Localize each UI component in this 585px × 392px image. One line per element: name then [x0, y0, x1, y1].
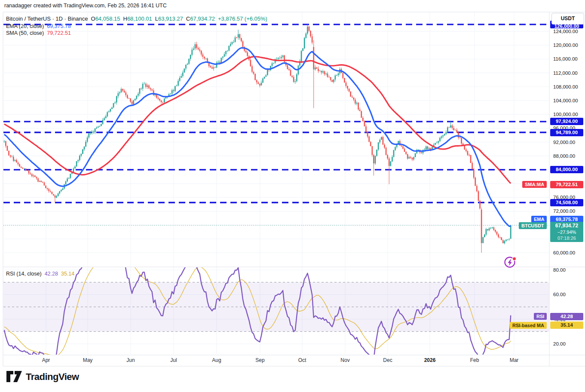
time-axis-label: 2026: [424, 357, 436, 363]
rsi-ma-tag-chip: RSI-based MA: [510, 322, 547, 329]
price-level-badge: 94,789.00: [550, 129, 583, 136]
price-tick-label: 88,000.00: [553, 153, 575, 159]
sma-legend-label: SMA (50, close): [6, 30, 44, 36]
symbol-title: Bitcoin / TetherUS · 1D · Binance: [6, 15, 88, 22]
symbol-tag-chip: BTCUSDT: [519, 222, 547, 229]
ema-legend: EMA (20, close) 69,375.78: [6, 23, 71, 29]
ohlc-low: L63,913.27: [155, 15, 183, 22]
rsi-legend-label: RSI (14, close): [6, 271, 42, 277]
bar-countdown: 07:18:26: [550, 235, 583, 241]
symbol-legend: Bitcoin / TetherUS · 1D · Binance O64,05…: [6, 15, 267, 22]
price-tick-label: 72,000.00: [553, 208, 575, 214]
time-axis-label: Mar: [510, 357, 519, 363]
price-tick-label: 108,000.00: [553, 84, 578, 90]
alert-dot: [512, 257, 516, 260]
rsi-value-badge: 42.28: [550, 313, 583, 320]
price-level-badge: 74,508.00: [550, 199, 583, 206]
ohlc-high: H68,100.01: [123, 15, 152, 22]
time-axis-label: May: [83, 357, 93, 363]
ema-legend-value: 69,375.78: [47, 23, 71, 29]
last-price-change: −27.94%: [550, 229, 583, 235]
price-tick-label: 104,000.00: [553, 98, 578, 104]
lightning-icon: [503, 255, 517, 269]
price-tick-label: 116,000.00: [553, 56, 578, 62]
ema-legend-label: EMA (20, close): [6, 23, 44, 29]
sma-legend-value: 79,722.51: [47, 30, 71, 36]
price-tick-label: 60,000.00: [553, 250, 575, 256]
rsi-legend: RSI (14, close) 42.28 35.14: [6, 271, 74, 277]
tradingview-chart-page: ranadagger created with TradingView.com,…: [0, 0, 585, 392]
tradingview-logo[interactable]: TradingView: [6, 371, 79, 383]
rsi-tick-label: 80.00: [553, 267, 566, 273]
time-axis-label: Sep: [255, 357, 264, 363]
price-tick-label: 112,000.00: [553, 70, 578, 76]
price-tick-label: 120,000.00: [553, 42, 578, 48]
ohlc-close: C67,934.72: [186, 15, 215, 22]
price-level-badge: 97,924.00: [550, 118, 583, 125]
time-axis-label: Jul: [170, 357, 177, 363]
time-axis-label: Dec: [383, 357, 392, 363]
price-and-rsi-plot[interactable]: [0, 0, 585, 392]
price-tick-label: 100,000.00: [553, 111, 578, 117]
last-price-badge: 67,934.72−27.94%07:18:26: [550, 222, 583, 242]
change-text: +3,876.57 (+6.05%): [218, 15, 267, 22]
sma-price-badge: 79,722.51: [550, 181, 583, 188]
time-axis-label: Jun: [126, 357, 135, 363]
rsi-ma-legend-value: 35.14: [61, 271, 74, 277]
sma-tag-chip: SMA:MA: [522, 181, 547, 188]
time-axis-label: Aug: [212, 357, 221, 363]
currency-toggle-button[interactable]: USDT: [551, 13, 584, 24]
rsi-tick-label: 60.00: [553, 291, 566, 297]
time-axis-label: Feb: [470, 357, 479, 363]
sma-legend: SMA (50, close) 79,722.51: [6, 30, 71, 36]
rsi-tag-chip: RSI: [534, 313, 547, 320]
time-axis-label: Nov: [340, 357, 349, 363]
tradingview-logo-icon: [6, 371, 22, 383]
price-level-badge: 84,000.00: [550, 166, 583, 173]
rsi-ma-value-badge: 35.14: [550, 322, 583, 329]
rsi-tick-label: 20.00: [553, 341, 566, 347]
time-axis-label: Oct: [298, 357, 306, 363]
ohlc-open: O64,058.15: [91, 15, 120, 22]
tradingview-logo-text: TradingView: [26, 371, 79, 383]
ema-tag-chip: EMA: [531, 216, 547, 223]
flash-alert-button[interactable]: [503, 255, 517, 269]
time-axis-label: Apr: [42, 357, 50, 363]
price-tick-label: 124,000.00: [553, 28, 578, 34]
last-price-value: 67,934.72: [550, 223, 583, 229]
rsi-legend-value: 42.28: [45, 271, 58, 277]
price-tick-label: 92,000.00: [553, 139, 575, 145]
